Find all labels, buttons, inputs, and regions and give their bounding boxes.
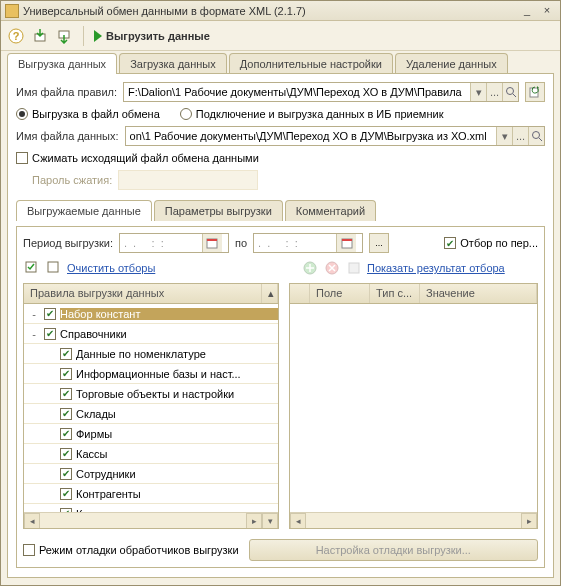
period-filter-label: Отбор по пер... xyxy=(460,237,538,249)
tree-toggle-icon[interactable]: - xyxy=(28,328,40,340)
tree-node-label: Склады xyxy=(76,408,278,420)
period-picker-button[interactable]: ... xyxy=(369,233,389,253)
tree-node[interactable]: -✔Набор констант xyxy=(24,304,278,324)
checkbox-icon: ✔ xyxy=(444,237,456,249)
debug-checkbox[interactable]: Режим отладки обработчиков выгрузки xyxy=(23,544,239,556)
period-filter-checkbox[interactable]: ✔ Отбор по пер... xyxy=(444,237,538,249)
tree-node-label: Контрагенты xyxy=(76,488,278,500)
data-file-input-wrap: ▾ ... xyxy=(125,126,545,146)
filter-settings-icon[interactable] xyxy=(345,259,363,277)
tree-checkbox-icon[interactable]: ✔ xyxy=(60,448,72,460)
tree-checkbox-icon[interactable]: ✔ xyxy=(60,488,72,500)
help-icon[interactable]: ? xyxy=(7,27,25,45)
data-file-search[interactable] xyxy=(528,127,544,145)
tree-node[interactable]: ✔Контрагенты xyxy=(24,484,278,504)
tree-node[interactable]: ✔Информационные базы и наст... xyxy=(24,364,278,384)
period-to-input[interactable] xyxy=(254,237,336,249)
titlebar: Универсальный обмен данными в формате XM… xyxy=(1,1,560,21)
show-result-link[interactable]: Показать результат отбора xyxy=(367,262,505,274)
tree-node-label: Справочники xyxy=(60,328,278,340)
filter-header: Поле Тип с... Значение xyxy=(290,284,537,304)
tree-header-scroll-up[interactable]: ▴ xyxy=(262,284,278,303)
tree-checkbox-icon[interactable]: ✔ xyxy=(60,348,72,360)
svg-rect-14 xyxy=(48,262,58,272)
sub-body: Период выгрузки: по ... xyxy=(16,226,545,568)
run-button[interactable]: Выгрузить данные xyxy=(94,30,210,42)
tree-checkbox-icon[interactable]: ✔ xyxy=(60,368,72,380)
tree-node[interactable]: ✔Сотрудники xyxy=(24,464,278,484)
tree-node[interactable]: -✔Справочники xyxy=(24,324,278,344)
data-file-input[interactable] xyxy=(126,127,496,145)
load-icon[interactable] xyxy=(31,27,49,45)
rules-tree[interactable]: -✔Набор констант-✔Справочники✔Данные по … xyxy=(24,304,278,512)
add-filter-icon[interactable] xyxy=(301,259,319,277)
filter-h-scrollbar[interactable]: ◂ ▸ xyxy=(290,512,537,528)
checkbox-icon xyxy=(16,152,28,164)
remove-filter-icon[interactable] xyxy=(323,259,341,277)
tree-node[interactable]: ✔Торговые объекты и настройки xyxy=(24,384,278,404)
tree-checkbox-icon[interactable]: ✔ xyxy=(60,468,72,480)
debug-config-button[interactable]: Настройка отладки выгрузки... xyxy=(249,539,538,561)
tree-node[interactable]: ✔Данные по номенклатуре xyxy=(24,344,278,364)
data-file-browse[interactable]: ... xyxy=(512,127,528,145)
tree-checkbox-icon[interactable]: ✔ xyxy=(44,308,56,320)
rules-file-dropdown[interactable]: ▾ xyxy=(470,83,486,101)
calendar-icon[interactable] xyxy=(336,234,356,252)
tree-checkbox-icon[interactable]: ✔ xyxy=(60,388,72,400)
minimize-button[interactable]: _ xyxy=(518,4,536,18)
tree-node[interactable]: ✔Клиенты xyxy=(24,504,278,512)
svg-rect-12 xyxy=(342,239,352,241)
data-file-dropdown[interactable]: ▾ xyxy=(496,127,512,145)
compress-checkbox[interactable]: Сжимать исходящий файл обмена данными xyxy=(16,152,545,164)
tree-h-scrollbar[interactable]: ◂ ▸ ▾ xyxy=(24,512,278,528)
save-icon[interactable] xyxy=(55,27,73,45)
tree-node[interactable]: ✔Фирмы xyxy=(24,424,278,444)
debug-label: Режим отладки обработчиков выгрузки xyxy=(39,544,239,556)
period-from-input[interactable] xyxy=(120,237,202,249)
subtab-params[interactable]: Параметры выгрузки xyxy=(154,200,283,221)
tree-checkbox-icon[interactable]: ✔ xyxy=(60,408,72,420)
tree-toggle-icon[interactable]: - xyxy=(28,308,40,320)
scroll-track[interactable] xyxy=(40,513,246,528)
calendar-icon[interactable] xyxy=(202,234,222,252)
scroll-right-icon[interactable]: ▸ xyxy=(521,513,537,529)
tab-delete[interactable]: Удаление данных xyxy=(395,53,508,74)
clear-filters-link[interactable]: Очистить отборы xyxy=(67,262,155,274)
svg-line-8 xyxy=(539,138,542,141)
uncheck-all-icon[interactable] xyxy=(45,259,63,277)
filter-grid-empty xyxy=(290,304,537,512)
radio-ib[interactable]: Подключение и выгрузка данных в ИБ прием… xyxy=(180,108,444,120)
scroll-down-icon[interactable]: ▾ xyxy=(262,513,278,529)
scroll-track[interactable] xyxy=(306,513,521,528)
rules-file-browse[interactable]: ... xyxy=(486,83,502,101)
password-input xyxy=(118,170,258,190)
tab-import[interactable]: Загрузка данных xyxy=(119,53,227,74)
play-icon xyxy=(94,30,102,42)
tab-settings[interactable]: Дополнительные настройки xyxy=(229,53,393,74)
tree-checkbox-icon[interactable]: ✔ xyxy=(60,428,72,440)
svg-rect-10 xyxy=(207,239,217,241)
tab-export[interactable]: Выгрузка данных xyxy=(7,53,117,74)
scroll-left-icon[interactable]: ◂ xyxy=(24,513,40,529)
period-to-label: по xyxy=(235,237,247,249)
tree-node-label: Фирмы xyxy=(76,428,278,440)
radio-file[interactable]: Выгрузка в файл обмена xyxy=(16,108,160,120)
svg-point-4 xyxy=(506,88,513,95)
scroll-left-icon[interactable]: ◂ xyxy=(290,513,306,529)
run-label: Выгрузить данные xyxy=(106,30,210,42)
tree-node[interactable]: ✔Склады xyxy=(24,404,278,424)
rules-file-search[interactable] xyxy=(502,83,518,101)
sub-tabs: Выгружаемые данные Параметры выгрузки Ко… xyxy=(16,200,545,221)
main-toolbar: ? Выгрузить данные xyxy=(1,21,560,51)
scroll-right-icon[interactable]: ▸ xyxy=(246,513,262,529)
close-button[interactable]: × xyxy=(538,4,556,18)
rules-file-reload-icon[interactable] xyxy=(525,82,545,102)
tree-node[interactable]: ✔Кассы xyxy=(24,444,278,464)
rules-file-input[interactable] xyxy=(124,83,470,101)
radio-dot-icon xyxy=(16,108,28,120)
subtab-data[interactable]: Выгружаемые данные xyxy=(16,200,152,221)
check-all-icon[interactable] xyxy=(23,259,41,277)
password-label: Пароль сжатия: xyxy=(32,174,112,186)
subtab-comment[interactable]: Комментарий xyxy=(285,200,376,221)
tree-checkbox-icon[interactable]: ✔ xyxy=(44,328,56,340)
